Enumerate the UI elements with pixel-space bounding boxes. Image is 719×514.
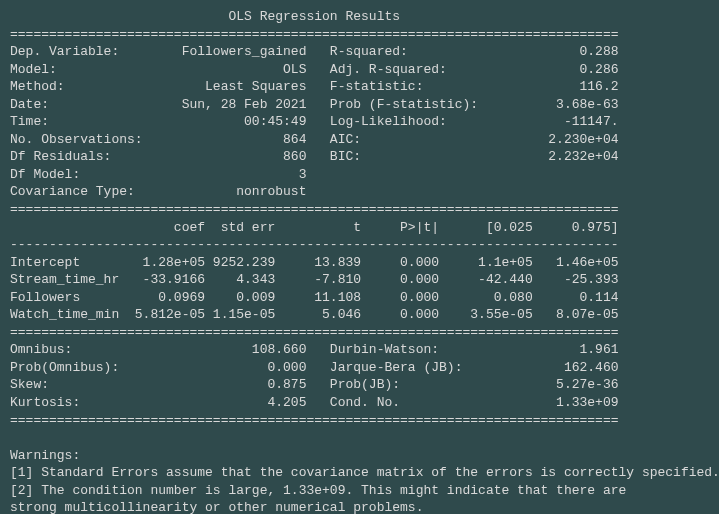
ols-regression-output: OLS Regression Results =================… (0, 0, 719, 514)
